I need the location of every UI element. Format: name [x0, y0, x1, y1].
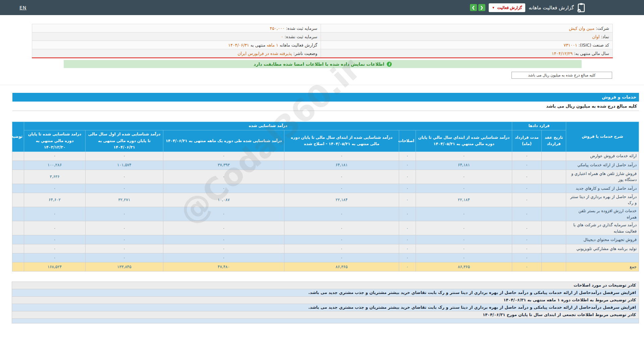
section-amounts-note: کلیه مبالغ درج شده به میلیون ریال می باش… [12, 102, 639, 111]
table-header-group-row: شرح خدمات یا فروشقرارد دادهادرآمد شناسای… [12, 122, 639, 130]
table-row: خدمات ارزش افزوده بر بستر تلفن همراه۰۰۰۰… [12, 207, 639, 221]
col-group-revenue: درآمد شناسایی شده [24, 122, 512, 130]
table-cell [542, 193, 566, 207]
notes-cell [12, 193, 24, 207]
table-cell: ۰ [24, 184, 85, 193]
table-cell: ۰ [85, 235, 163, 244]
company-info-cell: شرکت: مبین وان کیش [321, 24, 613, 33]
table-cell: ۰ [24, 253, 85, 262]
table-cell: ۱۳۳,۸۴۵ [85, 262, 163, 272]
section-title-bar: خدمات و فروش [12, 93, 639, 102]
table-cell: ۰ [85, 221, 163, 235]
table-cell: ۰ [284, 207, 399, 221]
footnotes-section: کادر توضیحات در مورد اصلاحاتافزایش سرفصل… [12, 282, 639, 323]
report-type-dropdown[interactable]: گزارش فعالیت ▼ [489, 3, 526, 12]
company-info-row: نماد: اوانسرمایه ثبت نشده: ۰ [32, 33, 613, 41]
table-cell: ۰ [399, 253, 416, 262]
table-cell: ۰ [163, 152, 284, 161]
language-toggle-link[interactable]: EN [19, 5, 26, 10]
column-header: درآمد شناسایی شده طی دوره یک ماهه منتهی … [163, 130, 284, 152]
table-cell [542, 152, 566, 161]
table-cell: ۰ [399, 235, 416, 244]
table-cell: ۰ [399, 244, 416, 253]
table-cell: ۰ [284, 244, 399, 253]
notes-cell [12, 161, 24, 170]
company-info-cell: سرمایه ثبت شده: ۴۵۰,۰۰۰ [32, 24, 321, 33]
table-cell [542, 184, 566, 193]
notes-cell [12, 235, 24, 244]
chevron-down-icon: ▼ [492, 6, 495, 9]
table-cell: ۱۰۱,۵۷۴ [85, 161, 163, 170]
table-cell: ۰ [163, 170, 284, 184]
table-cell: ۰ [512, 221, 541, 235]
row-label: تولید برنامه هاي مشارکتي تلویزیوني [566, 244, 639, 253]
row-label: جمع [566, 262, 639, 272]
company-info-cell: سال مالی منتهی به: ۱۴۰۴/۱۲/۲۹ [321, 49, 613, 58]
notes-cell [12, 207, 24, 221]
codal-monthly-report-page: { "topbar": { "language_link": "EN", "ti… [0, 0, 644, 362]
table-cell: ۰ [163, 244, 284, 253]
company-info-cell: سرمایه ثبت نشده: ۰ [32, 33, 321, 41]
table-cell: ۰ [416, 152, 512, 161]
row-label: درآمد حاصل از بهره برداري از دیتا سنتر و… [566, 193, 639, 207]
table-cell: ۰ [399, 207, 416, 221]
table-cell: ۱۰۰,۲۸۶ [24, 161, 85, 170]
table-cell: ۰ [512, 170, 541, 184]
footnote-content-row [12, 319, 639, 323]
table-cell: ۰ [399, 170, 416, 184]
table-row: درآمد حاصل از ارائه خدمات پیامکي۰۶۴,۱۸۱۰… [12, 161, 639, 170]
table-row: ۰۰۰۰۰۰۰ [12, 253, 639, 262]
table-cell: ۰ [163, 235, 284, 244]
table-cell: ۰ [399, 161, 416, 170]
table-row: درآمد حاصل از بهره برداري از دیتا سنتر و… [12, 193, 639, 207]
company-info-cell: کد صنعت (ISIC): ۷۳۱۰۰۱ [321, 41, 613, 49]
row-label: ارائه خدمات فروش عوارض [566, 152, 639, 161]
signature-match-notice: i اطلاعات نمایش داده شده با اطلاعات امضا… [64, 60, 582, 68]
table-cell [542, 244, 566, 253]
table-cell: ۰ [512, 244, 541, 253]
table-row: درآمد سرمایه گذاري در شرکت هاي با فعالیت… [12, 221, 639, 235]
table-cell: ۳۲,۲۷۱ [85, 193, 163, 207]
table-cell: ۰ [163, 221, 284, 235]
company-info-row: سال مالی منتهی به: ۱۴۰۴/۱۲/۲۹وضعیت ناشر:… [32, 49, 613, 58]
footnote-content-row: افزایش سرفصل درآمدحاصل از ارائه خدمات پی… [12, 289, 639, 297]
table-cell: ۰ [284, 235, 399, 244]
next-report-button[interactable]: ❯ [478, 4, 485, 11]
previous-report-button[interactable]: ❮ [470, 4, 477, 11]
report-type-dropdown-label: گزارش فعالیت [497, 5, 522, 10]
company-info-cell: گزارش فعالیت ماهانه ۱ ماهه منتهی به ۱۴۰۴… [32, 41, 321, 49]
table-row: درآمد حاصل از کسب و کارهاي جدید۰۰۰۰۰۰۰ [12, 184, 639, 193]
services-sales-table: شرح خدمات یا فروشقرارد دادهادرآمد شناسای… [12, 122, 639, 272]
signature-match-text: اطلاعات نمایش داده شده با اطلاعات امضا ش… [254, 62, 384, 67]
table-cell: ۰ [512, 235, 541, 244]
company-info-row: شرکت: مبین وان کیشسرمایه ثبت شده: ۴۵۰,۰۰… [32, 24, 613, 33]
column-header: درآمد شناسایی شده از اول سال مالی تا پای… [85, 130, 163, 152]
notes-cell [12, 253, 24, 262]
col-group-contracts: قرارد دادها [512, 122, 566, 130]
amounts-unit-button[interactable]: کلیه مبالغ درج شده به میلیون ریال می باش… [512, 72, 612, 79]
table-cell: ۰ [512, 253, 541, 262]
table-cell [542, 221, 566, 235]
table-row: فروش شارژ تلفن هاي همراه اعتباري و دستگا… [12, 170, 639, 184]
table-cell: ۶۴,۱۸۱ [284, 161, 399, 170]
company-info-table: شرکت: مبین وان کیشسرمایه ثبت شده: ۴۵۰,۰۰… [32, 24, 613, 58]
table-cell [542, 207, 566, 221]
table-cell: ۰ [399, 184, 416, 193]
notes-cell [12, 221, 24, 235]
table-cell: ۰ [512, 262, 541, 272]
footnote-label-row: کادر توضیحی مربوط اطلاعات تجمعی از ابتدا… [12, 311, 639, 319]
table-cell: ۰ [416, 235, 512, 244]
company-info-cell: وضعیت ناشر: پذیرفته شده در فرابورس ایران [32, 49, 321, 58]
column-header: اصلاحات [399, 130, 416, 152]
table-cell [542, 170, 566, 184]
services-sales-section: خدمات و فروش کلیه مبالغ درج شده به میلیو… [12, 93, 639, 111]
notes-cell [12, 244, 24, 253]
table-cell: ۰ [24, 221, 85, 235]
table-cell: ۰ [416, 244, 512, 253]
table-cell: ۰ [399, 262, 416, 272]
table-cell: ۰ [24, 235, 85, 244]
table-cell: ۰ [284, 170, 399, 184]
table-cell [542, 161, 566, 170]
notes-cell [12, 184, 24, 193]
table-cell: ۰ [85, 152, 163, 161]
